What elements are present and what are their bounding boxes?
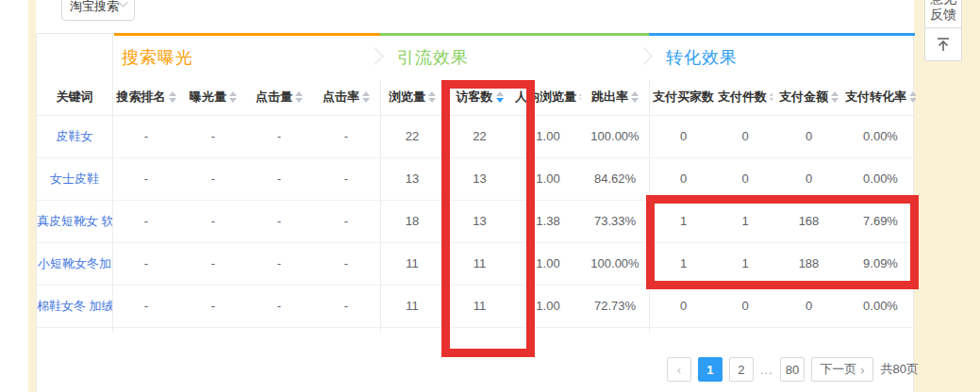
keyword-cell: 棉鞋女冬 加绒 xyxy=(37,285,112,327)
col-header-label: 点击量 xyxy=(256,89,292,106)
sort-control-icon[interactable] xyxy=(496,91,504,103)
metric-cell-impressions: - xyxy=(180,157,246,200)
metric-cell-search-rank: - xyxy=(112,157,180,200)
keyword-link[interactable]: 女士皮鞋 xyxy=(50,172,99,186)
sort-control-icon[interactable] xyxy=(579,91,581,103)
sort-control-icon[interactable] xyxy=(631,91,639,103)
table-row: 女士皮鞋----13131.0084.62%0000.00% xyxy=(37,157,916,200)
column-divider xyxy=(112,33,113,333)
metric-cell-impressions: - xyxy=(180,242,246,285)
metric-cell-pay-items: 0 xyxy=(718,115,772,157)
metric-cell-search-rank: - xyxy=(112,285,180,327)
metric-cell-pageviews: 13 xyxy=(380,157,444,200)
sort-control-icon[interactable] xyxy=(831,91,839,103)
col-header-pay-items[interactable]: 支付件数 xyxy=(718,80,772,115)
keyword-link[interactable]: 小短靴女冬加 xyxy=(38,256,111,270)
next-page-button[interactable]: 下一页 › xyxy=(811,357,872,382)
keyword-report-card: 搜索曝光 引流效果 转化效果 关键词搜索排名曝光量点击量点击率浏览量访客数人均浏… xyxy=(36,33,914,392)
col-header-visitors[interactable]: 访客数 xyxy=(444,80,515,115)
sort-control-icon[interactable] xyxy=(169,91,176,103)
col-header-search-rank[interactable]: 搜索排名 xyxy=(112,80,180,115)
group-separator-chevron-icon xyxy=(366,47,383,64)
col-header-label: 跳出率 xyxy=(591,89,628,106)
arrow-up-to-line-icon xyxy=(934,35,953,54)
metric-cell-pay-items: 0 xyxy=(718,285,772,327)
table-row: 真皮短靴女 软----18131.3873.33%111687.69% xyxy=(37,200,916,242)
sort-control-icon[interactable] xyxy=(295,91,303,103)
metric-cell-pv-per-visitor: 1.00 xyxy=(515,242,581,285)
metric-cell-pageviews: 11 xyxy=(380,242,444,285)
col-header-bounce-rate[interactable]: 跳出率 xyxy=(581,80,649,115)
column-divider xyxy=(380,80,381,333)
chevron-right-icon: › xyxy=(860,363,864,377)
keyword-link[interactable]: 皮鞋女 xyxy=(57,129,93,143)
col-header-pay-amount[interactable]: 支付金额 xyxy=(772,80,845,115)
group-title-traffic-effect: 引流效果 xyxy=(397,46,469,69)
col-header-ctr[interactable]: 点击率 xyxy=(312,80,380,115)
sort-control-icon[interactable] xyxy=(770,91,772,103)
keyword-link[interactable]: 棉鞋女冬 加绒 xyxy=(37,299,112,313)
feedback-label-line1: 意见 xyxy=(930,0,956,7)
feedback-button[interactable]: 意见 反馈 xyxy=(924,0,962,28)
metric-cell-pay-amount: 168 xyxy=(772,200,845,242)
metric-cell-visitors: 11 xyxy=(444,285,515,327)
table-row: 棉鞋女冬 加绒----11111.0072.73%0000.00% xyxy=(37,285,916,327)
metric-cell-impressions: - xyxy=(180,200,246,242)
metric-cell-pv-per-visitor: 1.00 xyxy=(515,157,581,200)
metric-cell-bounce-rate: 73.33% xyxy=(581,200,649,242)
metric-cell-visitors: 13 xyxy=(444,157,515,200)
metric-cell-bounce-rate: 100.00% xyxy=(581,242,649,285)
metric-cell-pay-conversion: 0.00% xyxy=(845,157,916,200)
next-page-label: 下一页 xyxy=(820,361,856,378)
col-header-label: 搜索排名 xyxy=(117,89,166,106)
col-header-clicks[interactable]: 点击量 xyxy=(246,80,312,115)
metric-cell-bounce-rate: 100.00% xyxy=(581,115,649,157)
keyword-metrics-table: 关键词搜索排名曝光量点击量点击率浏览量访客数人均浏览量跳出率支付买家数支付件数支… xyxy=(37,80,916,328)
sort-control-icon[interactable] xyxy=(428,91,436,103)
metric-cell-ctr: - xyxy=(312,200,380,242)
metric-cell-ctr: - xyxy=(312,157,380,200)
group-title-conversion-effect: 转化效果 xyxy=(666,46,738,69)
col-header-pv-per-visitor[interactable]: 人均浏览量 xyxy=(515,80,581,115)
col-header-label: 浏览量 xyxy=(389,89,425,106)
channel-select[interactable]: 淘宝搜索 xyxy=(61,0,135,21)
page-ellipsis: ... xyxy=(760,363,773,377)
table-row: 皮鞋女----22221.00100.00%0000.00% xyxy=(37,115,916,157)
group-title-search-exposure: 搜索曝光 xyxy=(122,46,193,69)
col-header-label: 支付件数 xyxy=(718,89,767,106)
group-separator-chevron-icon xyxy=(635,47,652,64)
metric-cell-pay-buyers: 1 xyxy=(649,200,718,242)
col-header-impressions[interactable]: 曝光量 xyxy=(180,80,246,115)
col-header-pageviews[interactable]: 浏览量 xyxy=(380,80,444,115)
metric-cell-clicks: - xyxy=(246,157,312,200)
col-header-label: 人均浏览量 xyxy=(515,89,576,106)
band-border-plain xyxy=(37,33,114,34)
metric-cell-pay-amount: 0 xyxy=(772,115,845,157)
metric-cell-impressions: - xyxy=(180,285,246,327)
prev-page-button[interactable]: ‹ xyxy=(667,357,691,382)
metric-cell-visitors: 22 xyxy=(444,115,515,157)
sort-control-icon[interactable] xyxy=(229,91,237,103)
metric-cell-pay-buyers: 0 xyxy=(649,285,718,327)
page-button-2[interactable]: 2 xyxy=(729,357,754,382)
chevron-down-icon xyxy=(119,0,128,8)
metric-cell-clicks: - xyxy=(246,242,312,285)
metric-cell-pay-conversion: 0.00% xyxy=(845,115,916,157)
metric-cell-pay-amount: 0 xyxy=(772,157,845,200)
metric-cell-pay-amount: 0 xyxy=(772,285,845,327)
page-button-80[interactable]: 80 xyxy=(780,357,805,382)
keyword-link[interactable]: 真皮短靴女 软 xyxy=(37,214,112,228)
metric-cell-clicks: - xyxy=(246,285,312,327)
metric-cell-pay-items: 1 xyxy=(718,200,772,242)
col-header-pay-conversion[interactable]: 支付转化率 xyxy=(845,80,916,115)
metric-cell-pay-conversion: 7.69% xyxy=(845,200,916,242)
sort-control-icon[interactable] xyxy=(909,91,916,103)
page-button-1[interactable]: 1 xyxy=(698,357,723,382)
metric-cell-clicks: - xyxy=(246,115,312,157)
channel-select-value: 淘宝搜索 xyxy=(70,0,119,15)
back-to-top-button[interactable] xyxy=(924,27,962,61)
metric-cell-pay-conversion: 9.09% xyxy=(845,242,916,285)
metric-cell-ctr: - xyxy=(312,115,380,157)
table-row: 小短靴女冬加----11111.00100.00%111889.09% xyxy=(37,242,916,285)
sort-control-icon[interactable] xyxy=(362,91,370,103)
